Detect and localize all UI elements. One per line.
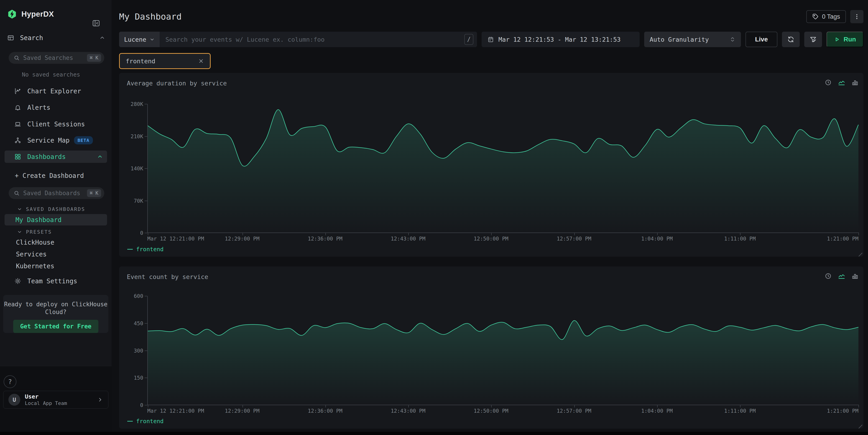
sidebar-item-label: Service Map [27,137,69,144]
legend-item[interactable]: frontend [127,246,163,253]
refresh-button[interactable] [782,32,800,47]
bar-chart-toggle-icon[interactable] [851,273,859,279]
sidebar-item-preset-clickhouse[interactable]: ClickHouse [16,238,55,247]
search-input[interactable] [160,32,464,47]
line-chart-svg [148,296,859,405]
tags-button[interactable]: 0 Tags [806,10,846,23]
sidebar-item-label: Search [20,34,43,42]
section-header-label: PRESETS [26,229,52,235]
run-button[interactable]: Run [827,32,863,47]
y-tick-label: 450 [134,320,143,327]
time-settings-icon[interactable] [825,79,832,86]
no-saved-searches-text: No saved searches [22,71,80,78]
user-menu[interactable]: U User Local App Team [3,391,108,409]
chart-panel-actions [825,272,859,280]
panel-resize-handle[interactable] [859,425,863,429]
y-tick-label: 0 [140,230,143,236]
bar-chart-toggle-icon[interactable] [851,79,859,86]
x-tick-label: Mar 12 12:21:00 PM [147,236,204,242]
saved-searches-field[interactable] [23,55,87,61]
sidebar-item-team-settings[interactable]: Team Settings [5,275,107,287]
sidebar-item-label: Client Sessions [27,121,85,128]
chevron-up-icon[interactable] [97,154,103,160]
search-icon [14,55,20,61]
close-icon[interactable] [198,58,204,64]
y-tick-label: 70K [134,198,143,204]
query-language-label: Lucene [124,36,147,43]
query-language-select[interactable]: Lucene [119,32,160,47]
y-tick: 450 [134,320,147,327]
time-settings-icon[interactable] [825,273,832,279]
saved-dashboards-input[interactable]: ⌘ K [9,187,104,199]
sidebar-item-search[interactable]: Search [7,32,105,44]
brand-name: HyperDX [22,10,54,19]
y-tick-mark [145,350,147,351]
preset-label: Services [16,251,47,258]
line-chart-svg [148,104,859,232]
bell-icon [14,104,21,111]
saved-dashboards-section-header[interactable]: SAVED DASHBOARDS [17,206,85,213]
chart-panel-average-duration: Average duration by service 070K140K210K… [119,73,863,257]
sidebar-item-preset-services[interactable]: Services [16,250,47,259]
chart-legend: frontend [127,246,163,253]
chevron-up-icon[interactable] [99,35,105,41]
run-label: Run [844,36,856,43]
dashboard-menu-button[interactable] [850,10,863,23]
y-tick-label: 280K [131,101,143,107]
live-button[interactable]: Live [745,32,777,47]
chevron-right-icon [97,397,103,403]
x-tick-mark [491,405,492,407]
sidebar-item-preset-kubernetes[interactable]: Kubernetes [16,261,55,271]
sidebar-item-dashboards[interactable]: Dashboards [5,151,107,163]
x-tick-mark [574,232,575,235]
window-bottom-edge [0,432,868,435]
collapse-sidebar-icon[interactable] [92,19,100,27]
chart-area: 070K140K210K280K [127,104,859,233]
laptop-icon [14,121,21,128]
hyperdx-logo-icon [7,9,17,19]
y-tick-label: 600 [134,293,143,299]
sidebar-item-my-dashboard[interactable]: My Dashboard [5,214,107,225]
page-header: My Dashboard 0 Tags [119,9,863,24]
sidebar-item-service-map[interactable]: Service Map BETA [5,134,107,147]
sidebar-item-chart-explorer[interactable]: Chart Explorer [5,85,107,97]
legend-label: frontend [136,246,163,253]
help-button[interactable]: ? [4,375,17,388]
user-meta: User Local App Team [25,393,67,406]
x-tick-mark [859,232,859,235]
panel-resize-handle[interactable] [859,253,863,257]
saved-searches-input[interactable]: ⌘ K [9,52,104,64]
avatar-initial: U [12,397,16,403]
y-tick: 300 [134,348,147,354]
x-tick-mark [740,232,741,235]
chevron-down-icon [150,37,155,42]
chart-panel-actions [825,79,859,86]
user-name: User [25,393,67,400]
sidebar-item-label: Alerts [27,104,50,112]
y-tick-mark [145,323,147,323]
y-tick-mark [145,405,147,405]
x-tick-mark [859,405,859,407]
sidebar-item-client-sessions[interactable]: Client Sessions [5,118,107,130]
legend-item[interactable]: frontend [127,418,163,425]
create-dashboard-button[interactable]: + Create Dashboard [5,169,107,182]
line-chart-toggle-icon[interactable] [838,79,845,86]
service-map-icon [14,137,21,144]
time-range-picker[interactable]: Mar 12 12:21:53 - Mar 12 13:21:53 [482,32,640,47]
x-tick-mark [408,232,409,235]
x-tick-mark [408,405,409,407]
get-started-button[interactable]: Get Started for Free [13,320,98,333]
sidebar-item-alerts[interactable]: Alerts [5,101,107,114]
x-tick-mark [148,405,148,407]
chart-explorer-icon [14,88,21,95]
granularity-select[interactable]: Auto Granularity [644,32,741,47]
slash-shortcut-hint: / [464,34,473,45]
y-tick-mark [145,136,147,137]
query-toolbar: Lucene / Mar 12 12:21:53 - Mar 12 13:21:… [119,32,863,47]
filter-button[interactable] [804,32,822,47]
search-icon [14,190,20,196]
presets-section-header[interactable]: PRESETS [17,228,52,235]
saved-dashboards-field[interactable] [23,190,87,196]
line-chart-toggle-icon[interactable] [838,272,845,280]
filter-chip-frontend[interactable]: frontend [119,53,211,69]
